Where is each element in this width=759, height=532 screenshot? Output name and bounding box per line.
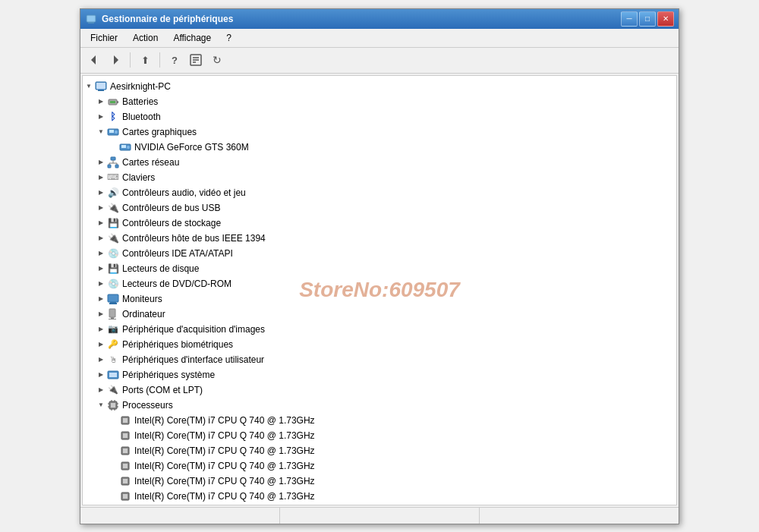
list-item[interactable]: ▶ Moniteurs bbox=[83, 291, 676, 307]
window-title: Gestionnaire de périphériques bbox=[102, 14, 621, 24]
item-label: Périphériques biométriques bbox=[122, 339, 233, 350]
svg-marker-4 bbox=[114, 55, 118, 65]
item-label: Ports (COM et LPT) bbox=[122, 385, 203, 395]
expand-icon[interactable]: ▶ bbox=[95, 202, 107, 214]
cpu-icon bbox=[119, 460, 131, 472]
item-label: Claviers bbox=[122, 172, 155, 183]
item-label: Moniteurs bbox=[122, 294, 162, 304]
menu-fichier[interactable]: Fichier bbox=[83, 30, 124, 46]
list-item[interactable]: ▶ 💾 Contrôleurs de stockage bbox=[83, 216, 676, 231]
item-label: Contrôleurs audio, vidéo et jeu bbox=[122, 187, 246, 198]
list-item[interactable]: ▶ 💾 Lecteurs de disque bbox=[83, 261, 676, 276]
expand-icon[interactable]: ▶ bbox=[95, 96, 107, 108]
expand-icon[interactable]: ▼ bbox=[95, 399, 107, 411]
list-item[interactable]: Intel(R) Core(TM) i7 CPU Q 740 @ 1.73GHz bbox=[83, 504, 676, 505]
status-segment-2 bbox=[280, 508, 480, 524]
root-expand-icon[interactable]: ▼ bbox=[83, 80, 95, 93]
menu-help[interactable]: ? bbox=[219, 30, 238, 46]
usb-icon: 🔌 bbox=[107, 202, 119, 214]
ide-icon: 💿 bbox=[107, 247, 119, 260]
device-tree: ▼ Aesirknight-PC ▶ bbox=[83, 76, 676, 505]
expand-icon[interactable]: ▼ bbox=[95, 126, 107, 138]
item-label: Périphériques d'interface utilisateur bbox=[122, 354, 264, 365]
status-segment-1 bbox=[80, 508, 280, 524]
list-item[interactable]: Intel(R) Core(TM) i7 CPU Q 740 @ 1.73GHz bbox=[83, 474, 676, 489]
list-item[interactable]: ▼ Cartes graphiques bbox=[83, 124, 676, 140]
refresh-button[interactable]: ↻ bbox=[208, 51, 226, 69]
device-manager-window: Gestionnaire de périphériques ─ □ ✕ Fich… bbox=[80, 8, 679, 524]
minimize-button[interactable]: ─ bbox=[621, 11, 638, 27]
svg-rect-24 bbox=[115, 165, 118, 168]
back-button[interactable] bbox=[85, 51, 103, 69]
forward-button[interactable] bbox=[106, 51, 124, 69]
pc-icon bbox=[107, 308, 119, 320]
list-item[interactable]: NVIDIA GeForce GTS 360M bbox=[83, 140, 676, 155]
expand-icon[interactable]: ▶ bbox=[95, 263, 107, 275]
list-item[interactable]: ▶ Cartes réseau bbox=[83, 155, 676, 170]
device-tree-panel[interactable]: ▼ Aesirknight-PC ▶ bbox=[82, 75, 677, 505]
list-item[interactable]: ▶ 🔌 Ports (COM et LPT) bbox=[83, 382, 676, 398]
list-item[interactable]: Intel(R) Core(TM) i7 CPU Q 740 @ 1.73GHz bbox=[83, 443, 676, 458]
item-label: Lecteurs de DVD/CD-ROM bbox=[122, 279, 231, 289]
svg-rect-52 bbox=[123, 449, 128, 453]
properties-button[interactable] bbox=[187, 51, 205, 69]
expand-icon[interactable]: ▶ bbox=[95, 247, 107, 260]
list-item[interactable]: ▶ 🖱 Périphériques d'interface utilisateu… bbox=[83, 352, 676, 367]
list-item[interactable]: ▶ ⌨ Claviers bbox=[83, 170, 676, 185]
svg-rect-23 bbox=[108, 165, 111, 168]
close-button[interactable]: ✕ bbox=[657, 11, 674, 27]
menu-action[interactable]: Action bbox=[126, 30, 165, 46]
maximize-button[interactable]: □ bbox=[639, 11, 656, 27]
hid-icon: 🖱 bbox=[107, 354, 119, 366]
list-item[interactable]: ▶ ᛒ Bluetooth bbox=[83, 109, 676, 124]
expand-icon[interactable]: ▶ bbox=[95, 278, 107, 290]
item-label: Bluetooth bbox=[122, 112, 161, 122]
expand-icon[interactable]: ▶ bbox=[95, 308, 107, 320]
svg-rect-30 bbox=[110, 302, 116, 303]
svg-marker-3 bbox=[91, 55, 96, 65]
item-label: Périphériques système bbox=[122, 370, 215, 380]
item-label: Intel(R) Core(TM) i7 CPU Q 740 @ 1.73GHz bbox=[134, 445, 315, 456]
list-item[interactable]: ▶ 💿 Lecteurs de DVD/CD-ROM bbox=[83, 276, 676, 291]
list-item[interactable]: ▶ Périphériques système bbox=[83, 367, 676, 382]
list-item[interactable]: ▶ Ordinateur bbox=[83, 307, 676, 322]
camera-icon: 📷 bbox=[107, 323, 119, 335]
list-item[interactable]: ▶ 💿 Contrôleurs IDE ATA/ATAPI bbox=[83, 246, 676, 261]
batteries-icon bbox=[107, 96, 119, 108]
expand-icon[interactable]: ▶ bbox=[95, 187, 107, 199]
up-button[interactable]: ⬆ bbox=[136, 51, 154, 69]
expand-icon[interactable]: ▶ bbox=[95, 293, 107, 305]
tree-root[interactable]: ▼ Aesirknight-PC bbox=[83, 79, 676, 94]
expand-icon[interactable]: ▶ bbox=[95, 111, 107, 123]
computer-icon bbox=[95, 80, 107, 93]
expand-icon[interactable]: ▶ bbox=[95, 217, 107, 229]
help-button[interactable]: ? bbox=[165, 51, 184, 69]
network-icon bbox=[107, 156, 119, 168]
menu-affichage[interactable]: Affichage bbox=[166, 30, 218, 46]
list-item[interactable]: Intel(R) Core(TM) i7 CPU Q 740 @ 1.73GHz bbox=[83, 413, 676, 428]
list-item[interactable]: ▶ 📷 Périphérique d'acquisition d'images bbox=[83, 322, 676, 337]
list-item[interactable]: ▶ 🔌 Contrôleurs de bus USB bbox=[83, 200, 676, 216]
list-item[interactable]: ▶ 🔑 Périphériques biométriques bbox=[83, 337, 676, 352]
ports-icon: 🔌 bbox=[107, 384, 119, 396]
cpu-icon bbox=[119, 445, 131, 457]
expand-icon[interactable]: ▶ bbox=[95, 156, 107, 168]
item-label: Cartes réseau bbox=[122, 157, 179, 168]
expand-icon[interactable]: ▶ bbox=[95, 354, 107, 366]
list-item[interactable]: ▶ 🔌 Contrôleurs hôte de bus IEEE 1394 bbox=[83, 231, 676, 246]
expand-icon[interactable]: ▶ bbox=[95, 323, 107, 335]
expand-icon[interactable]: ▶ bbox=[95, 338, 107, 351]
item-label: Batteries bbox=[122, 96, 158, 107]
list-item[interactable]: Intel(R) Core(TM) i7 CPU Q 740 @ 1.73GHz bbox=[83, 428, 676, 443]
list-item[interactable]: Intel(R) Core(TM) i7 CPU Q 740 @ 1.73GHz bbox=[83, 489, 676, 504]
expand-icon[interactable]: ▶ bbox=[95, 384, 107, 396]
expand-icon[interactable]: ▶ bbox=[95, 172, 107, 184]
item-label: Intel(R) Core(TM) i7 CPU Q 740 @ 1.73GHz bbox=[134, 415, 315, 426]
list-item[interactable]: ▶ 🔊 Contrôleurs audio, vidéo et jeu bbox=[83, 185, 676, 200]
expand-icon[interactable]: ▶ bbox=[95, 369, 107, 381]
list-item[interactable]: ▼ Processeurs bbox=[83, 398, 676, 413]
list-item[interactable]: ▶ Batteries bbox=[83, 94, 676, 109]
list-item[interactable]: Intel(R) Core(TM) i7 CPU Q 740 @ 1.73GHz bbox=[83, 458, 676, 474]
expand-icon[interactable]: ▶ bbox=[95, 232, 107, 244]
root-label: Aesirknight-PC bbox=[110, 81, 171, 92]
